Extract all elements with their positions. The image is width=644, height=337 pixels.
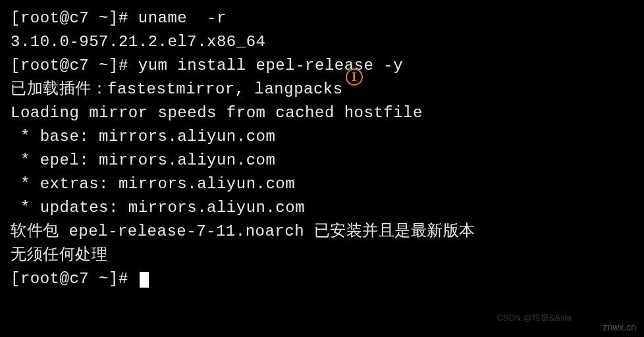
shell-command: uname -r bbox=[138, 9, 227, 27]
cursor-block-icon bbox=[140, 272, 149, 288]
shell-command: yum install epel-release -y bbox=[138, 57, 403, 74]
terminal-line: [root@c7 ~]# yum install epel-release -y bbox=[11, 54, 633, 78]
shell-prompt: [root@c7 ~]# bbox=[11, 270, 138, 288]
shell-prompt: [root@c7 ~]# bbox=[11, 9, 138, 27]
terminal-line: * base: mirrors.aliyun.com bbox=[11, 125, 633, 149]
terminal-line: * extras: mirrors.aliyun.com bbox=[11, 172, 633, 196]
terminal-line: * updates: mirrors.aliyun.com bbox=[11, 196, 633, 220]
shell-prompt: [root@c7 ~]# bbox=[11, 57, 138, 74]
terminal-line: [root@c7 ~]# uname -r bbox=[11, 7, 633, 30]
terminal-line: Loading mirror speeds from cached hostfi… bbox=[11, 101, 633, 125]
terminal-output[interactable]: [root@c7 ~]# uname -r3.10.0-957.21.2.el7… bbox=[11, 7, 633, 291]
terminal-line: 无须任何处理 bbox=[11, 244, 633, 267]
terminal-line: 软件包 epel-release-7-11.noarch 已安装并且是最新版本 bbox=[11, 220, 633, 244]
terminal-line: 3.10.0-957.21.2.el7.x86_64 bbox=[11, 30, 633, 54]
terminal-line: 已加载插件：fastestmirror, langpacks bbox=[11, 78, 633, 101]
watermark-csdn: CSDN @垃圾&&life bbox=[496, 311, 572, 324]
terminal-line: * epel: mirrors.aliyun.com bbox=[11, 149, 633, 172]
terminal-line: [root@c7 ~]# bbox=[11, 267, 633, 291]
watermark-znwx: znwx.cn bbox=[603, 321, 636, 334]
